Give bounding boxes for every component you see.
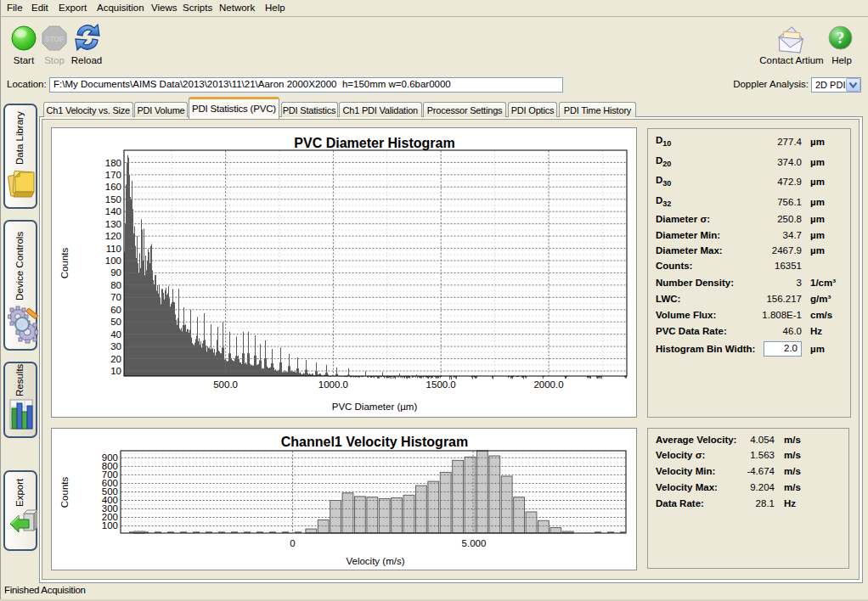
svg-text:80: 80 [110, 280, 121, 290]
svg-text:50: 50 [110, 317, 121, 327]
svg-text:150: 150 [105, 194, 121, 205]
svg-text:70: 70 [110, 292, 121, 302]
svg-text:PVC Diameter (µm): PVC Diameter (µm) [332, 402, 418, 412]
svg-text:90: 90 [110, 267, 121, 278]
svg-text:0: 0 [290, 538, 295, 548]
svg-text:PVC Diameter Histogram: PVC Diameter Histogram [294, 136, 454, 150]
svg-text:110: 110 [106, 244, 121, 254]
svg-text:5.000: 5.000 [462, 538, 487, 548]
svg-text:30: 30 [110, 341, 121, 351]
svg-text:Counts: Counts [59, 248, 70, 279]
svg-text:170: 170 [105, 170, 121, 180]
svg-text:20: 20 [110, 354, 121, 364]
svg-text:180: 180 [105, 158, 121, 168]
svg-text:100: 100 [105, 256, 121, 266]
svg-text:1500.0: 1500.0 [426, 379, 456, 390]
svg-text:Velocity (m/s): Velocity (m/s) [346, 556, 404, 566]
svg-text:1000.0: 1000.0 [318, 379, 348, 390]
svg-text:Channel1 Velocity Histogram: Channel1 Velocity Histogram [281, 435, 469, 449]
svg-text:120: 120 [105, 231, 121, 241]
svg-text:2000.0: 2000.0 [533, 379, 563, 390]
svg-text:40: 40 [110, 329, 121, 340]
svg-text:10: 10 [110, 366, 121, 376]
svg-text:60: 60 [110, 305, 121, 315]
svg-text:STOP: STOP [45, 35, 65, 43]
svg-text:Counts: Counts [59, 477, 70, 508]
svg-text:?: ? [837, 29, 845, 47]
svg-text:130: 130 [105, 219, 121, 229]
svg-text:140: 140 [105, 206, 121, 216]
svg-text:160: 160 [105, 182, 121, 192]
svg-text:500.0: 500.0 [213, 379, 238, 390]
svg-text:900: 900 [102, 452, 118, 463]
